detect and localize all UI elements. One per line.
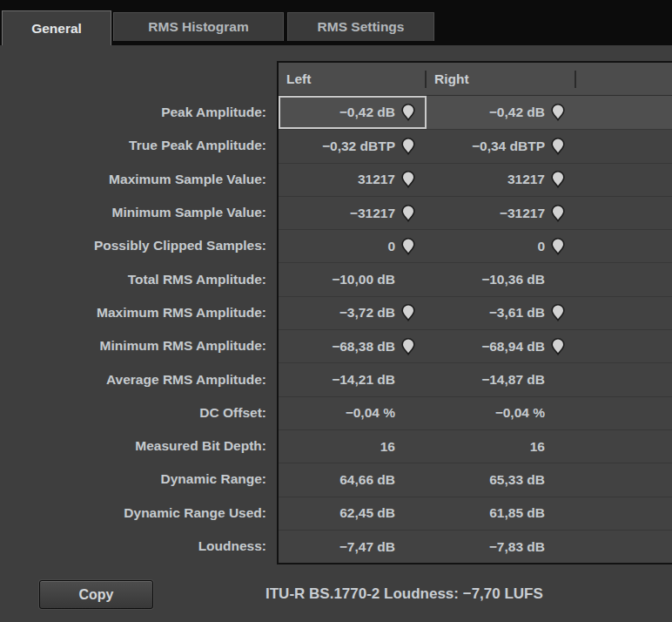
stats-table: Left Right −0,42 dB −0,42 dB — [277, 61, 672, 565]
cell-right[interactable]: 0 — [427, 230, 576, 262]
cell-left[interactable]: −10,00 dB — [279, 263, 427, 295]
cell-left[interactable]: 64,66 dB — [279, 463, 427, 496]
marker-pin-icon[interactable] — [400, 304, 415, 322]
value-right: −0,34 dBTP — [472, 139, 545, 154]
table-row: 16 16 — [279, 429, 672, 463]
marker-pin-icon[interactable] — [550, 137, 565, 155]
cell-right[interactable]: 31217 — [427, 164, 576, 196]
column-separator — [425, 71, 427, 88]
tab-general[interactable]: General — [2, 10, 111, 45]
marker-pin-icon[interactable] — [400, 171, 415, 189]
marker-pin-icon[interactable] — [550, 504, 565, 523]
marker-pin-icon[interactable] — [550, 271, 565, 289]
value-right: −0,42 dB — [489, 105, 545, 120]
row-label: Maximum Sample Value: — [109, 172, 266, 187]
value-left: −14,21 dB — [332, 372, 395, 388]
cell-left[interactable]: −14,21 dB — [279, 363, 427, 396]
value-left: 16 — [380, 439, 395, 455]
value-right: 0 — [537, 239, 545, 254]
marker-pin-icon[interactable] — [400, 470, 415, 489]
value-right: −68,94 dB — [481, 339, 545, 355]
marker-pin-icon[interactable] — [550, 304, 565, 322]
row-label: Loudness: — [198, 538, 266, 554]
marker-pin-icon[interactable] — [550, 337, 565, 355]
cell-left[interactable]: −3,72 dB — [279, 297, 427, 329]
cell-left[interactable]: −68,38 dB — [279, 330, 427, 362]
cell-right[interactable]: −68,94 dB — [427, 330, 576, 362]
table-row: −0,42 dB −0,42 dB — [279, 96, 672, 129]
cell-left[interactable]: 62,45 dB — [279, 497, 427, 530]
row-labels-column: Peak Amplitude: True Peak Amplitude: Max… — [0, 96, 266, 563]
cell-right[interactable]: −7,83 dB — [427, 531, 576, 563]
cell-left[interactable]: 16 — [279, 430, 427, 463]
cell-left[interactable]: −0,42 dB — [279, 96, 427, 129]
cell-right[interactable]: 61,85 dB — [427, 497, 576, 530]
cell-right[interactable]: −14,87 dB — [427, 363, 576, 396]
table-row: 64,66 dB 65,33 dB — [279, 463, 672, 496]
marker-pin-icon[interactable] — [400, 437, 415, 456]
marker-pin-icon[interactable] — [550, 371, 565, 389]
cell-right[interactable]: −0,04 % — [427, 397, 576, 429]
value-right: −10,36 dB — [481, 272, 545, 287]
marker-pin-icon[interactable] — [400, 271, 415, 289]
tab-rms-histogram[interactable]: RMS Histogram — [113, 12, 284, 41]
marker-pin-icon[interactable] — [550, 404, 565, 423]
marker-pin-icon[interactable] — [550, 537, 565, 556]
marker-pin-icon[interactable] — [400, 204, 415, 222]
value-left: 31217 — [358, 172, 395, 187]
cell-left[interactable]: 0 — [279, 230, 427, 262]
marker-pin-icon[interactable] — [400, 537, 415, 556]
cell-right[interactable]: −3,61 dB — [427, 297, 576, 329]
value-right: 61,85 dB — [489, 505, 545, 521]
cell-left[interactable]: −31217 — [279, 197, 427, 229]
row-label: Minimum Sample Value: — [112, 205, 266, 220]
cell-right[interactable]: 16 — [427, 430, 576, 463]
marker-pin-icon[interactable] — [400, 104, 415, 122]
cell-right[interactable]: 65,33 dB — [427, 463, 576, 496]
cell-spacer — [576, 531, 672, 563]
row-label: Minimum RMS Amplitude: — [100, 338, 266, 354]
marker-pin-icon[interactable] — [550, 171, 565, 189]
marker-pin-icon[interactable] — [550, 204, 565, 222]
tab-rms-settings[interactable]: RMS Settings — [287, 12, 434, 41]
cell-left[interactable]: −7,47 dB — [279, 531, 427, 563]
row-label: Maximum RMS Amplitude: — [97, 305, 266, 321]
marker-pin-icon[interactable] — [400, 504, 415, 523]
marker-pin-icon[interactable] — [400, 137, 415, 155]
marker-pin-icon[interactable] — [550, 437, 565, 456]
marker-pin-icon[interactable] — [400, 237, 415, 255]
copy-button[interactable]: Copy — [39, 580, 153, 609]
marker-pin-icon[interactable] — [550, 237, 565, 255]
marker-pin-icon[interactable] — [400, 337, 415, 355]
table-row: 31217 31217 — [279, 163, 672, 196]
row-label: Possibly Clipped Samples: — [94, 238, 266, 254]
cell-spacer — [576, 330, 672, 362]
cell-spacer — [576, 164, 672, 196]
value-left: −3,72 dB — [339, 305, 395, 321]
cell-right[interactable]: −31217 — [427, 197, 576, 229]
marker-pin-icon[interactable] — [400, 371, 415, 389]
value-right: 31217 — [507, 172, 545, 187]
cell-right[interactable]: −0,42 dB — [427, 96, 576, 129]
table-row: −10,00 dB −10,36 dB — [279, 262, 672, 295]
table-body: −0,42 dB −0,42 dB −0,32 dBTP — [279, 96, 672, 563]
cell-spacer — [576, 430, 672, 463]
amplitude-statistics-panel: General RMS Histogram RMS Settings Peak … — [0, 0, 672, 622]
value-left: −0,42 dB — [339, 105, 395, 120]
marker-pin-icon[interactable] — [550, 470, 565, 489]
marker-pin-icon[interactable] — [550, 104, 565, 122]
table-row: −0,04 % −0,04 % — [279, 396, 672, 429]
column-header-right: Right — [434, 63, 469, 95]
table-header: Left Right — [279, 63, 672, 96]
marker-pin-icon[interactable] — [400, 404, 415, 423]
cell-left[interactable]: 31217 — [279, 164, 427, 196]
cell-left[interactable]: −0,04 % — [279, 397, 427, 429]
cell-right[interactable]: −0,34 dBTP — [427, 130, 576, 162]
cell-left[interactable]: −0,32 dBTP — [279, 130, 427, 162]
column-header-left: Left — [286, 63, 311, 95]
cell-spacer — [576, 463, 672, 496]
cell-right[interactable]: −10,36 dB — [427, 263, 576, 295]
row-label: Dynamic Range Used: — [124, 505, 266, 521]
row-label: DC Offset: — [199, 405, 266, 421]
column-separator — [575, 71, 576, 88]
